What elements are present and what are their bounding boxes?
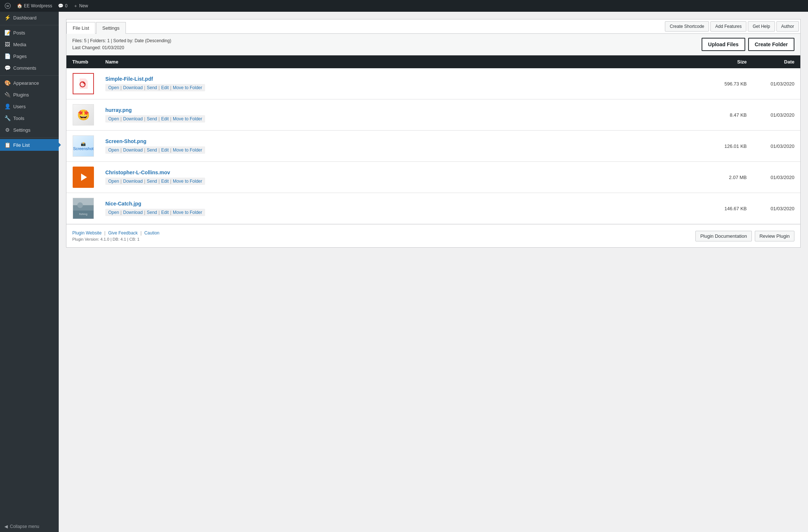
dashboard-icon: ⚡	[4, 15, 10, 21]
file-date-4: 01/03/2020	[747, 175, 794, 180]
download-link-2[interactable]: Download	[123, 116, 142, 121]
add-features-button[interactable]: Add Features	[710, 21, 746, 32]
get-help-button[interactable]: Get Help	[748, 21, 775, 32]
svg-point-7	[77, 203, 83, 208]
edit-link-2[interactable]: Edit	[161, 116, 169, 121]
footer-left: Plugin Website | Give Feedback | Caution…	[72, 230, 160, 241]
tab-settings[interactable]: Settings	[96, 22, 126, 34]
sidebar-item-appearance[interactable]: 🎨 Appearance	[0, 77, 59, 89]
create-folder-button[interactable]: Create Folder	[748, 38, 794, 51]
send-link-5[interactable]: Send	[147, 210, 157, 215]
tabs-row: File List Settings Create Shortcode Add …	[66, 19, 800, 34]
file-actions-3: Open | Download | Send | Edit | Move to …	[105, 146, 205, 154]
download-link-5[interactable]: Download	[123, 210, 142, 215]
sidebar-item-file-list[interactable]: 📋 File List	[0, 139, 59, 151]
site-name[interactable]: 🏠 EE Wordpress	[17, 3, 52, 8]
give-feedback-link[interactable]: Give Feedback	[108, 230, 138, 236]
video-thumbnail	[73, 167, 94, 188]
edit-link-3[interactable]: Edit	[161, 147, 169, 153]
plugins-icon: 🔌	[4, 92, 10, 98]
table-row: fishing Nice-Catch.jpg Open | Download |…	[66, 193, 800, 224]
file-info-4: Christopher-L-Collins.mov Open | Downloa…	[105, 170, 699, 185]
file-name-2[interactable]: hurray.png	[105, 107, 699, 113]
sidebar-item-dashboard[interactable]: ⚡ Dashboard	[0, 12, 59, 23]
open-link-5[interactable]: Open	[108, 210, 119, 215]
plugin-documentation-button[interactable]: Plugin Documentation	[695, 231, 751, 241]
send-link-4[interactable]: Send	[147, 179, 157, 184]
create-shortcode-button[interactable]: Create Shortcode	[665, 21, 709, 32]
header-name: Name	[105, 59, 699, 65]
sidebar-item-tools[interactable]: 🔧 Tools	[0, 112, 59, 124]
table-row: Simple-File-List.pdf Open | Download | S…	[66, 68, 800, 99]
sidebar-item-users[interactable]: 👤 Users	[0, 101, 59, 112]
wordpress-logo-icon: W	[4, 3, 11, 9]
move-folder-link-2[interactable]: Move to Folder	[173, 116, 202, 121]
file-size-1: 596.73 KB	[699, 81, 747, 87]
open-link-3[interactable]: Open	[108, 147, 119, 153]
footer-links: Plugin Website | Give Feedback | Caution	[72, 230, 160, 236]
comments-count[interactable]: 💬 0	[58, 3, 68, 8]
file-actions-5: Open | Download | Send | Edit | Move to …	[105, 209, 205, 216]
file-size-4: 2.07 MB	[699, 175, 747, 180]
svg-marker-4	[81, 174, 87, 181]
sidebar-label-appearance: Appearance	[13, 80, 39, 86]
file-size-3: 126.01 KB	[699, 143, 747, 149]
download-link-3[interactable]: Download	[123, 147, 142, 153]
move-folder-link-5[interactable]: Move to Folder	[173, 210, 202, 215]
sidebar-divider-2	[0, 75, 59, 76]
sidebar-item-plugins[interactable]: 🔌 Plugins	[0, 89, 59, 101]
file-actions-1: Open | Download | Send | Edit | Move to …	[105, 84, 205, 91]
move-folder-link-3[interactable]: Move to Folder	[173, 147, 202, 153]
file-name-4[interactable]: Christopher-L-Collins.mov	[105, 170, 699, 175]
file-name-1[interactable]: Simple-File-List.pdf	[105, 76, 699, 82]
version-text: Plugin Version: 4.1.0 | DB: 4.1 | CB: 1	[72, 237, 160, 241]
move-folder-link-1[interactable]: Move to Folder	[173, 85, 202, 90]
open-link-4[interactable]: Open	[108, 179, 119, 184]
content-area: File List Settings Create Shortcode Add …	[59, 12, 808, 532]
open-link-2[interactable]: Open	[108, 116, 119, 121]
wp-logo-area[interactable]: W	[4, 3, 11, 9]
edit-link-4[interactable]: Edit	[161, 179, 169, 184]
photo-image: fishing	[73, 198, 94, 219]
sidebar-label-dashboard: Dashboard	[13, 15, 37, 21]
download-link-1[interactable]: Download	[123, 85, 142, 90]
footer-buttons: Plugin Documentation Review Plugin	[695, 231, 794, 241]
top-bar: W 🏠 EE Wordpress 💬 0 ＋ New	[0, 0, 808, 12]
send-link-3[interactable]: Send	[147, 147, 157, 153]
file-info-3: Screen-Shot.png Open | Download | Send |…	[105, 138, 699, 154]
collapse-menu-button[interactable]: ◀ Collapse menu	[0, 521, 59, 532]
sidebar: ⚡ Dashboard 📝 Posts 🖼 Media 📄 Pages 💬 Co…	[0, 12, 59, 532]
open-link-1[interactable]: Open	[108, 85, 119, 90]
file-actions-2: Open | Download | Send | Edit | Move to …	[105, 115, 205, 123]
caution-link[interactable]: Caution	[144, 230, 159, 236]
new-item-button[interactable]: ＋ New	[73, 3, 88, 9]
file-info-2: hurray.png Open | Download | Send | Edit…	[105, 107, 699, 123]
move-folder-link-4[interactable]: Move to Folder	[173, 179, 202, 184]
plugin-panel: File List Settings Create Shortcode Add …	[66, 19, 801, 248]
download-link-4[interactable]: Download	[123, 179, 142, 184]
send-link-1[interactable]: Send	[147, 85, 157, 90]
file-name-5[interactable]: Nice-Catch.jpg	[105, 201, 699, 207]
edit-link-5[interactable]: Edit	[161, 210, 169, 215]
sidebar-divider-3	[0, 137, 59, 138]
review-plugin-button[interactable]: Review Plugin	[755, 231, 794, 241]
plugin-website-link[interactable]: Plugin Website	[72, 230, 102, 236]
appearance-icon: 🎨	[4, 80, 10, 86]
sidebar-item-pages[interactable]: 📄 Pages	[0, 50, 59, 62]
file-thumb-3: 📸 Screenshot	[72, 135, 94, 157]
sidebar-item-media[interactable]: 🖼 Media	[0, 39, 59, 50]
edit-link-1[interactable]: Edit	[161, 85, 169, 90]
file-name-3[interactable]: Screen-Shot.png	[105, 138, 699, 144]
upload-files-button[interactable]: Upload Files	[702, 38, 745, 51]
table-row: Christopher-L-Collins.mov Open | Downloa…	[66, 162, 800, 193]
screenshot-thumbnail: 📸 Screenshot	[73, 135, 94, 157]
sidebar-item-comments[interactable]: 💬 Comments	[0, 62, 59, 74]
photo-thumbnail: fishing	[73, 198, 94, 219]
sidebar-item-posts[interactable]: 📝 Posts	[0, 27, 59, 39]
file-info-5: Nice-Catch.jpg Open | Download | Send | …	[105, 201, 699, 216]
sidebar-item-settings[interactable]: ⚙ Settings	[0, 124, 59, 136]
tab-file-list[interactable]: File List	[66, 22, 95, 34]
play-icon	[78, 172, 88, 182]
author-button[interactable]: Author	[776, 21, 799, 32]
send-link-2[interactable]: Send	[147, 116, 157, 121]
